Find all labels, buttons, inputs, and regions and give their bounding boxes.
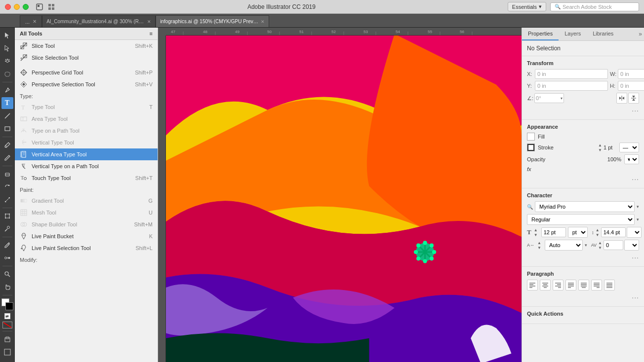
- tab-1[interactable]: ... ✕: [20, 15, 42, 27]
- tab-3-active[interactable]: infographics.ai @ 150% (CMYK/GPU Preview…: [156, 15, 269, 27]
- transform-y-input[interactable]: [535, 81, 608, 91]
- tool-item-perspective-grid[interactable]: Perspective Grid Tool Shift+P: [15, 67, 158, 78]
- toolbar-eraser[interactable]: [1, 168, 13, 180]
- kerning-up-button[interactable]: ▲: [598, 240, 603, 245]
- toolbar-selection-tool[interactable]: [1, 30, 13, 41]
- kerning-unit-select[interactable]: ▾: [624, 240, 639, 251]
- canvas-viewport[interactable]: [166, 36, 522, 362]
- tool-item-touch-type[interactable]: T Touch Type Tool Shift+T: [15, 172, 158, 184]
- toolbar-zoom[interactable]: [1, 268, 13, 280]
- tool-item-vertical-type-on-path[interactable]: T Vertical Type on a Path Tool: [15, 160, 158, 172]
- align-center-button[interactable]: [540, 280, 551, 290]
- font-size-down-button[interactable]: ▼: [533, 232, 538, 237]
- fill-label[interactable]: Fill: [538, 134, 639, 140]
- tool-item-gradient[interactable]: Gradient Tool G: [15, 195, 158, 207]
- stroke-down-button[interactable]: ▼: [598, 147, 603, 152]
- toolbar-symbol-sprayer[interactable]: [1, 223, 13, 235]
- toolbar-change-screen-mode[interactable]: [1, 346, 13, 358]
- toolbar-lasso[interactable]: [1, 68, 13, 80]
- stroke-swatch[interactable]: [527, 144, 535, 151]
- tool-item-slice-tool[interactable]: Slice Tool Shift+K: [15, 40, 158, 52]
- font-size-unit-select[interactable]: pt: [568, 227, 588, 238]
- font-style-dropdown[interactable]: ▾: [637, 217, 639, 222]
- kerning-down-button[interactable]: ▼: [598, 245, 603, 250]
- appearance-more[interactable]: ···: [527, 174, 639, 184]
- fill-swatch[interactable]: [527, 133, 535, 141]
- none-swatch[interactable]: [2, 322, 12, 328]
- leading-unit-select[interactable]: ▾: [627, 227, 642, 238]
- toolbar-line-segment[interactable]: [1, 110, 13, 122]
- fill-color-box[interactable]: [1, 298, 13, 310]
- flip-horizontal-button[interactable]: [616, 93, 627, 104]
- paragraph-more[interactable]: ···: [527, 292, 639, 302]
- toolbar-direct-selection-tool[interactable]: [1, 42, 13, 54]
- justify-center-button[interactable]: [578, 280, 589, 290]
- transform-x-input[interactable]: [535, 69, 608, 79]
- tool-item-vertical-type[interactable]: T Vertical Type Tool: [15, 137, 158, 148]
- kerning-dropdown[interactable]: ▾: [585, 243, 587, 248]
- flyout-menu-icon[interactable]: ≡: [150, 31, 153, 36]
- character-more[interactable]: ···: [527, 253, 639, 262]
- canvas-interaction-area[interactable]: [166, 36, 522, 362]
- workspace-switcher-icon[interactable]: [47, 3, 55, 11]
- toolbar-rectangle[interactable]: [1, 123, 13, 135]
- justify-right-button[interactable]: [591, 280, 602, 290]
- tab-layers[interactable]: Layers: [559, 28, 587, 40]
- align-right-button[interactable]: [553, 280, 564, 290]
- font-family-select[interactable]: Myriad Pro: [535, 201, 635, 212]
- essentials-button[interactable]: Essentials ▾: [508, 2, 546, 11]
- tool-item-vertical-area-type[interactable]: T Vertical Area Type Tool: [15, 148, 158, 160]
- transform-w-input[interactable]: [618, 69, 644, 79]
- justify-all-button[interactable]: [604, 280, 615, 290]
- transform-more[interactable]: ···: [527, 106, 639, 115]
- leading-input[interactable]: [601, 227, 626, 237]
- tracking-down-button[interactable]: ▼: [537, 245, 542, 250]
- toolbar-pen-tool[interactable]: [1, 84, 13, 96]
- stroke-up-button[interactable]: ▲: [598, 143, 603, 147]
- tool-item-slice-selection-tool[interactable]: Slice Selection Tool: [15, 52, 158, 64]
- tool-item-live-paint-bucket[interactable]: Live Paint Bucket K: [15, 230, 158, 242]
- swap-colors-btn[interactable]: ⇄: [4, 313, 10, 319]
- maximize-window-button[interactable]: [23, 4, 29, 10]
- toolbar-rotate[interactable]: [1, 181, 13, 193]
- toolbar-artboard-toggle[interactable]: [1, 333, 13, 345]
- fx-label[interactable]: fx: [527, 166, 531, 172]
- kerning-input[interactable]: [604, 240, 623, 250]
- justify-left-button[interactable]: [565, 280, 576, 290]
- font-size-input[interactable]: [541, 227, 566, 237]
- tab-2[interactable]: AI_Community_illustration4.ai @ 300% (RG…: [42, 15, 156, 27]
- tool-item-perspective-selection[interactable]: Perspective Selection Tool Shift+V: [15, 78, 158, 90]
- toolbar-pencil[interactable]: [1, 152, 13, 164]
- tab-properties[interactable]: Properties: [522, 28, 559, 40]
- toolbar-type-tool[interactable]: T: [1, 97, 13, 109]
- panel-collapse-button[interactable]: »: [637, 28, 644, 40]
- leading-down-button[interactable]: ▼: [595, 232, 600, 237]
- kerning-select[interactable]: Auto: [545, 240, 583, 251]
- tool-item-area-type[interactable]: T Area Type Tool: [15, 113, 158, 125]
- flip-vertical-button[interactable]: [628, 93, 639, 104]
- search-stock-input[interactable]: 🔍 Search Adobe Stock: [550, 2, 639, 11]
- tool-item-shape-builder[interactable]: Shape Builder Tool Shift+M: [15, 218, 158, 230]
- stroke-label[interactable]: Stroke: [538, 145, 595, 150]
- minimize-window-button[interactable]: [14, 4, 20, 10]
- toolbar-hand[interactable]: [1, 281, 13, 293]
- tool-item-live-paint-selection[interactable]: Live Paint Selection Tool Shift+L: [15, 242, 158, 254]
- stroke-type-select[interactable]: —: [619, 143, 639, 152]
- close-window-button[interactable]: [5, 4, 11, 10]
- opacity-blend-select[interactable]: ▾: [624, 154, 639, 164]
- toolbar-scale[interactable]: [1, 194, 13, 206]
- font-size-up-button[interactable]: ▲: [533, 227, 538, 232]
- transform-h-input[interactable]: [618, 81, 644, 91]
- tool-item-type-on-path[interactable]: T Type on a Path Tool: [15, 125, 158, 137]
- align-left-button[interactable]: [527, 280, 538, 290]
- tool-item-type-tool[interactable]: T Type Tool T: [15, 101, 158, 113]
- font-family-dropdown[interactable]: ▾: [637, 204, 639, 209]
- toolbar-blend[interactable]: [1, 252, 13, 264]
- tracking-up-button[interactable]: ▲: [537, 240, 542, 245]
- transform-angle-input-wrapper[interactable]: 0° ▾: [534, 93, 564, 103]
- tab-libraries[interactable]: Libraries: [587, 28, 619, 40]
- toolbar-magic-wand[interactable]: [1, 55, 13, 67]
- toolbar-eyedropper[interactable]: [1, 239, 13, 251]
- transform-angle-dropdown[interactable]: ▾: [561, 96, 563, 101]
- toolbar-free-transform[interactable]: [1, 210, 13, 222]
